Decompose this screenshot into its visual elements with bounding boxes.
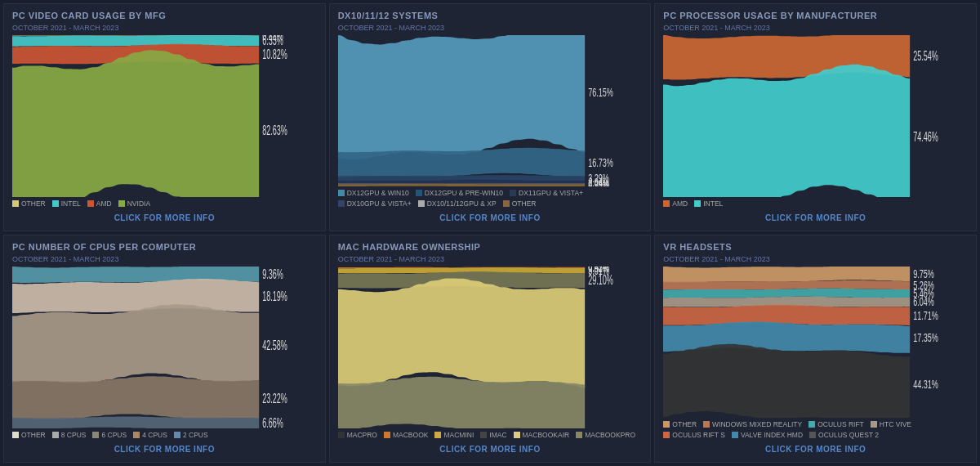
chart-legend: OTHERWINDOWS MIXED REALITYOCULUS RIFTHTC… xyxy=(663,420,968,439)
legend-item: OTHER xyxy=(12,199,46,208)
svg-text:9.36%: 9.36% xyxy=(262,267,283,281)
panel-period: OCTOBER 2021 - MARCH 2023 xyxy=(663,255,968,263)
chart-area: 0.22%6.33%10.82%82.63% xyxy=(12,35,317,197)
panel-pc-video-card: PC VIDEO CARD USAGE BY MFGOCTOBER 2021 -… xyxy=(3,3,326,231)
legend-item: DX12GPU & PRE-WIN10 xyxy=(416,189,503,197)
click-more-info[interactable]: CLICK FOR MORE INFO xyxy=(663,441,968,455)
legend-item: OCULUS RIFT xyxy=(808,420,864,428)
legend-color xyxy=(174,432,180,438)
legend-label: DX10/11/12GPU & XP xyxy=(427,199,497,208)
chart-svg: 9.36%18.19%42.58%23.22%6.66% xyxy=(12,267,317,428)
chart-legend: OTHER8 CPUS6 CPUS4 CPUS2 CPUS xyxy=(12,431,317,439)
legend-label: OTHER xyxy=(672,420,697,428)
chart-svg: 76.15%16.73%3.29%2.04%0.26%1.53% xyxy=(338,35,643,186)
legend-item: 8 CPUS xyxy=(52,431,87,439)
legend-label: DX11GPU & VISTA+ xyxy=(519,189,583,197)
legend-color xyxy=(663,200,670,207)
svg-text:29.10%: 29.10% xyxy=(588,272,613,288)
legend-label: MACBOOK xyxy=(393,431,428,439)
legend-label: OCULUS RIFT xyxy=(817,420,864,428)
legend-color xyxy=(703,421,710,428)
svg-text:82.63%: 82.63% xyxy=(262,123,287,138)
legend-item: INTEL xyxy=(52,199,81,208)
panel-pc-processor: PC PROCESSOR USAGE BY MANUFACTUREROCTOBE… xyxy=(654,3,977,231)
legend-color xyxy=(384,432,390,438)
legend-color xyxy=(12,432,19,438)
legend-color xyxy=(503,200,510,207)
legend-item: MACBOOKAIR xyxy=(514,431,570,439)
chart-area: 9.75%5.26%5.46%6.04%11.71%17.35%44.31% xyxy=(663,267,968,418)
svg-text:44.31%: 44.31% xyxy=(914,378,939,392)
panel-period: OCTOBER 2021 - MARCH 2023 xyxy=(338,255,643,263)
legend-item: DX11GPU & VISTA+ xyxy=(510,189,583,197)
legend-label: MACBOOKAIR xyxy=(523,431,570,439)
svg-text:74.46%: 74.46% xyxy=(914,129,939,145)
chart-legend: AMDINTEL xyxy=(663,199,968,208)
legend-color xyxy=(338,200,345,207)
panel-period: OCTOBER 2021 - MARCH 2023 xyxy=(338,24,643,32)
legend-label: MACMINI xyxy=(443,431,474,439)
legend-item: MACPRO xyxy=(338,431,377,439)
svg-text:6.04%: 6.04% xyxy=(914,295,935,309)
dashboard-grid: PC VIDEO CARD USAGE BY MFGOCTOBER 2021 -… xyxy=(0,0,980,466)
legend-label: DX12GPU & WIN10 xyxy=(347,189,409,197)
legend-item: AMD xyxy=(663,199,688,208)
click-more-info[interactable]: CLICK FOR MORE INFO xyxy=(338,210,643,224)
click-more-info[interactable]: CLICK FOR MORE INFO xyxy=(338,441,643,455)
chart-area: 9.36%18.19%42.58%23.22%6.66% xyxy=(12,267,317,428)
legend-label: NVIDIA xyxy=(127,199,150,208)
panel-pc-cpu-count: PC NUMBER OF CPUS PER COMPUTEROCTOBER 20… xyxy=(3,235,326,463)
legend-item: MACBOOKPRO xyxy=(576,431,635,439)
legend-color xyxy=(418,200,425,207)
legend-label: 8 CPUS xyxy=(61,431,87,439)
chart-svg: 25.54%74.46% xyxy=(663,35,968,197)
svg-text:42.58%: 42.58% xyxy=(262,338,287,353)
panel-period: OCTOBER 2021 - MARCH 2023 xyxy=(663,24,968,32)
svg-text:76.15%: 76.15% xyxy=(588,86,613,100)
chart-area: 25.54%74.46% xyxy=(663,35,968,197)
click-more-info[interactable]: CLICK FOR MORE INFO xyxy=(12,210,317,224)
chart-legend: MACPROMACBOOKMACMINIIMACMACBOOKAIRMACBOO… xyxy=(338,431,643,439)
legend-label: DX10GPU & VISTA+ xyxy=(347,199,412,208)
chart-svg: 0.22%6.33%10.82%82.63% xyxy=(12,35,317,197)
legend-color xyxy=(732,432,738,438)
legend-color xyxy=(434,432,441,438)
legend-color xyxy=(52,432,59,438)
legend-color xyxy=(809,432,816,438)
legend-label: VALVE INDEX HMD xyxy=(741,431,803,439)
legend-label: OTHER xyxy=(21,199,46,208)
svg-text:25.54%: 25.54% xyxy=(914,48,939,64)
legend-label: 4 CPUS xyxy=(142,431,167,439)
legend-color xyxy=(338,432,345,438)
panel-period: OCTOBER 2021 - MARCH 2023 xyxy=(12,255,317,263)
legend-item: MACBOOK xyxy=(384,431,428,439)
svg-text:6.66%: 6.66% xyxy=(262,415,283,428)
legend-color xyxy=(480,432,487,438)
panel-dx-systems: DX10/11/12 SYSTEMSOCTOBER 2021 - MARCH 2… xyxy=(329,3,652,231)
legend-item: DX10/11/12GPU & XP xyxy=(418,199,497,208)
legend-item: DX12GPU & WIN10 xyxy=(338,189,409,197)
legend-item: OCULUS QUEST 2 xyxy=(809,431,879,439)
legend-label: 2 CPUS xyxy=(183,431,208,439)
legend-item: 6 CPUS xyxy=(92,431,127,439)
legend-item: MACMINI xyxy=(434,431,474,439)
legend-color xyxy=(133,432,140,438)
legend-item: OTHER xyxy=(12,431,46,439)
legend-color xyxy=(576,432,582,438)
legend-color xyxy=(510,190,516,196)
legend-label: INTEL xyxy=(703,199,723,208)
legend-item: NVIDIA xyxy=(118,199,150,208)
svg-text:23.22%: 23.22% xyxy=(262,391,287,406)
legend-label: MACPRO xyxy=(347,431,377,439)
panel-title: VR HEADSETS xyxy=(663,242,968,252)
click-more-info[interactable]: CLICK FOR MORE INFO xyxy=(12,441,317,455)
svg-text:10.82%: 10.82% xyxy=(262,47,287,62)
click-more-info[interactable]: CLICK FOR MORE INFO xyxy=(663,210,968,224)
legend-item: AMD xyxy=(87,199,112,208)
legend-color xyxy=(694,200,701,207)
legend-label: IMAC xyxy=(489,431,506,439)
panel-mac-hardware: MAC HARDWARE OWNERSHIPOCTOBER 2021 - MAR… xyxy=(329,235,652,463)
legend-color xyxy=(87,200,94,207)
legend-label: DX12GPU & PRE-WIN10 xyxy=(425,189,503,197)
legend-color xyxy=(663,432,670,438)
